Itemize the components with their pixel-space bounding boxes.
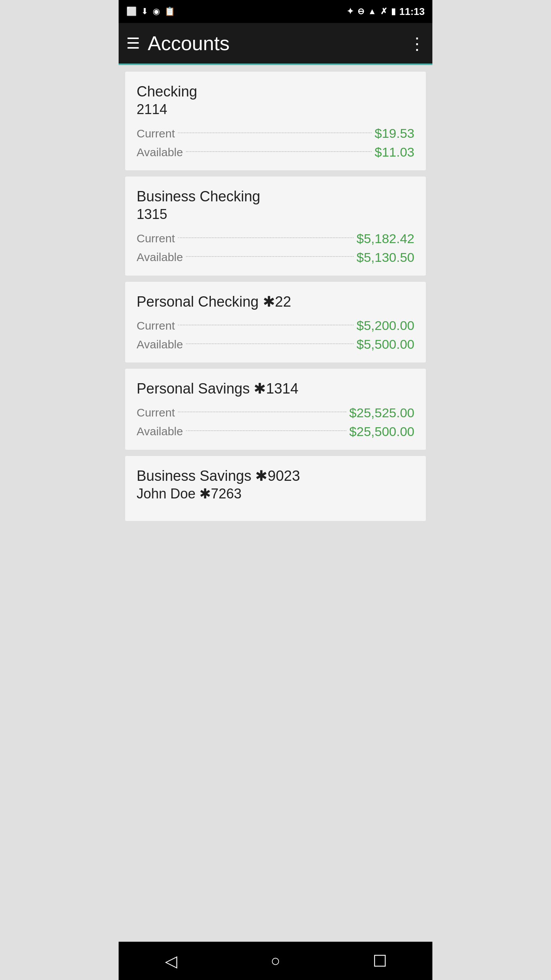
account-name: Business Checking [137,188,414,206]
status-bar-left: ⬜ ⬇ ◉ 📋 [126,7,175,16]
current-value: $5,200.00 [357,318,414,333]
available-label: Available [137,338,183,351]
account-card[interactable]: Personal Checking ✱22 Current $5,200.00 … [125,281,426,363]
available-balance-row: Available $5,130.50 [137,250,414,265]
account-name: Personal Checking ✱22 [137,293,414,311]
available-value: $25,500.00 [349,424,414,439]
account-name: Checking [137,83,414,101]
home-icon: ○ [271,952,280,970]
recents-icon: ☐ [373,952,387,970]
current-label: Current [137,232,175,245]
home-button[interactable]: ○ [260,946,291,976]
bottom-nav: ◁ ○ ☐ [119,942,432,980]
available-balance-row: Available $5,500.00 [137,337,414,352]
account-name: Business Savings ✱9023 [137,467,414,485]
account-number: 2114 [137,101,414,119]
available-label: Available [137,146,183,159]
menu-icon[interactable]: ☰ [126,36,140,51]
available-label: Available [137,251,183,264]
dotted-divider [178,412,346,412]
back-icon: ◁ [165,952,177,970]
account-name: Personal Savings ✱1314 [137,380,414,398]
signal-off-icon: ✗ [380,7,387,16]
available-balance-row: Available $25,500.00 [137,424,414,439]
account-number: John Doe ✱7263 [137,485,414,503]
dotted-divider [186,343,354,344]
back-button[interactable]: ◁ [156,946,186,976]
app-bar: ☰ Accounts ⋮ [119,23,432,65]
clipboard-icon: 📋 [165,7,175,16]
page-title: Accounts [148,32,230,55]
account-card[interactable]: Business Checking1315 Current $5,182.42 … [125,176,426,276]
more-options-icon[interactable]: ⋮ [409,34,425,53]
current-label: Current [137,406,175,419]
dotted-divider [178,325,354,325]
current-balance-row: Current $5,182.42 [137,231,414,246]
bluetooth-icon: ✦ [347,7,354,16]
current-value: $5,182.42 [357,231,414,246]
current-value: $25,525.00 [349,405,414,420]
current-label: Current [137,127,175,140]
account-card[interactable]: Business Savings ✱9023John Doe ✱7263 [125,456,426,521]
app-bar-left: ☰ Accounts [126,32,230,55]
available-value: $11.03 [375,145,414,160]
recents-button[interactable]: ☐ [365,946,395,976]
account-card[interactable]: Personal Savings ✱1314 Current $25,525.0… [125,368,426,450]
current-balance-row: Current $19.53 [137,126,414,141]
dotted-divider [186,430,346,431]
dotted-divider [186,256,354,257]
battery-icon: ▮ [391,7,396,16]
android-icon: ◉ [153,7,160,16]
current-value: $19.53 [375,126,414,141]
current-balance-row: Current $5,200.00 [137,318,414,333]
accounts-list: Checking2114 Current $19.53 Available $1… [119,65,432,942]
status-bar-right: ✦ ⊖ ▲ ✗ ▮ 11:13 [347,6,425,18]
dotted-divider [178,237,354,238]
dotted-divider [186,151,372,152]
download-icon: ⬇ [141,7,148,16]
minus-circle-icon: ⊖ [357,7,364,16]
current-label: Current [137,319,175,332]
current-balance-row: Current $25,525.00 [137,405,414,420]
account-card[interactable]: Checking2114 Current $19.53 Available $1… [125,71,426,171]
screenshot-icon: ⬜ [126,7,137,16]
wifi-icon: ▲ [368,7,377,16]
status-time: 11:13 [399,6,425,18]
available-value: $5,130.50 [357,250,414,265]
available-label: Available [137,425,183,438]
available-value: $5,500.00 [357,337,414,352]
status-bar: ⬜ ⬇ ◉ 📋 ✦ ⊖ ▲ ✗ ▮ 11:13 [119,0,432,23]
account-number: 1315 [137,206,414,224]
available-balance-row: Available $11.03 [137,145,414,160]
dotted-divider [178,132,372,133]
